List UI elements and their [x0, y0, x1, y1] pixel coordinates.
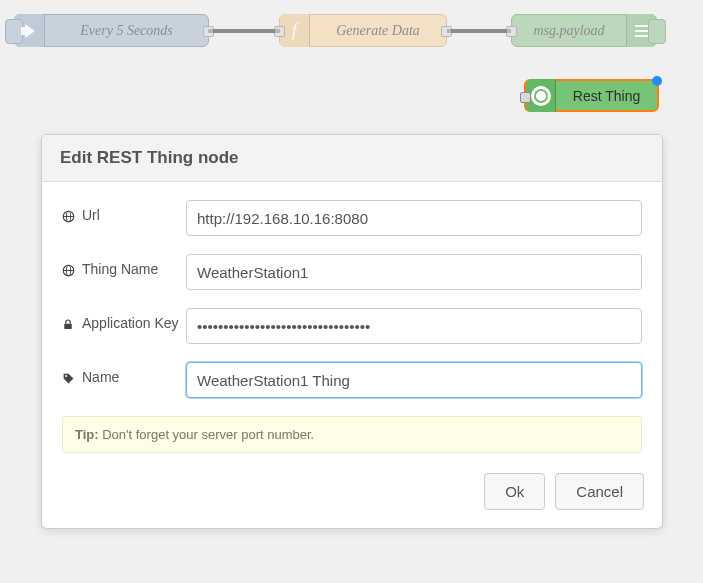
label-thing-name: Thing Name — [62, 254, 186, 277]
changed-indicator — [652, 76, 662, 86]
label-app-key-text: Application Key — [82, 315, 179, 331]
dialog-footer: Ok Cancel — [42, 461, 662, 528]
label-app-key: Application Key — [62, 308, 186, 331]
input-thing-name[interactable] — [186, 254, 642, 290]
label-url-text: Url — [82, 207, 100, 223]
globe-icon — [62, 207, 76, 223]
tag-icon — [62, 369, 76, 385]
node-rest-label: Rest Thing — [556, 88, 657, 104]
node-function-port-out[interactable] — [441, 26, 452, 37]
node-rest-port-in[interactable] — [520, 92, 531, 103]
node-inject-port-out[interactable] — [203, 26, 214, 37]
form-row-url: Url — [62, 200, 642, 236]
node-debug[interactable]: msg.payload — [511, 14, 657, 47]
node-debug-label: msg.payload — [512, 23, 626, 39]
label-url: Url — [62, 200, 186, 223]
label-name: Name — [62, 362, 186, 385]
dialog-body: Url Thing Name Application Key — [42, 182, 662, 461]
ok-button[interactable]: Ok — [484, 473, 545, 510]
wire-func-debug — [447, 29, 511, 33]
form-row-name: Name — [62, 362, 642, 398]
svg-rect-6 — [64, 324, 72, 329]
svg-point-7 — [65, 375, 67, 377]
edit-node-dialog: Edit REST Thing node Url Thing Name — [41, 134, 663, 529]
cancel-button[interactable]: Cancel — [555, 473, 644, 510]
node-rest-thing[interactable]: Rest Thing — [524, 79, 659, 112]
node-inject-label: Every 5 Seconds — [45, 23, 208, 39]
tip-text: Don't forget your server port number. — [99, 427, 315, 442]
globe-icon — [62, 261, 76, 277]
tip-box: Tip: Don't forget your server port numbe… — [62, 416, 642, 453]
node-function[interactable]: f Generate Data — [279, 14, 447, 47]
node-debug-port-in[interactable] — [506, 26, 517, 37]
input-name[interactable] — [186, 362, 642, 398]
input-url[interactable] — [186, 200, 642, 236]
form-row-thing-name: Thing Name — [62, 254, 642, 290]
node-function-port-in[interactable] — [274, 26, 285, 37]
wire-inject-func — [208, 29, 280, 33]
form-row-app-key: Application Key — [62, 308, 642, 344]
input-app-key[interactable] — [186, 308, 642, 344]
label-name-text: Name — [82, 369, 119, 385]
tip-label: Tip: — [75, 427, 99, 442]
lock-icon — [62, 315, 76, 331]
debug-toggle-button[interactable] — [648, 19, 666, 44]
node-function-label: Generate Data — [310, 23, 446, 39]
gear-icon — [526, 79, 556, 112]
label-thing-name-text: Thing Name — [82, 261, 158, 277]
node-inject[interactable]: Every 5 Seconds — [14, 14, 209, 47]
dialog-title: Edit REST Thing node — [42, 135, 662, 182]
